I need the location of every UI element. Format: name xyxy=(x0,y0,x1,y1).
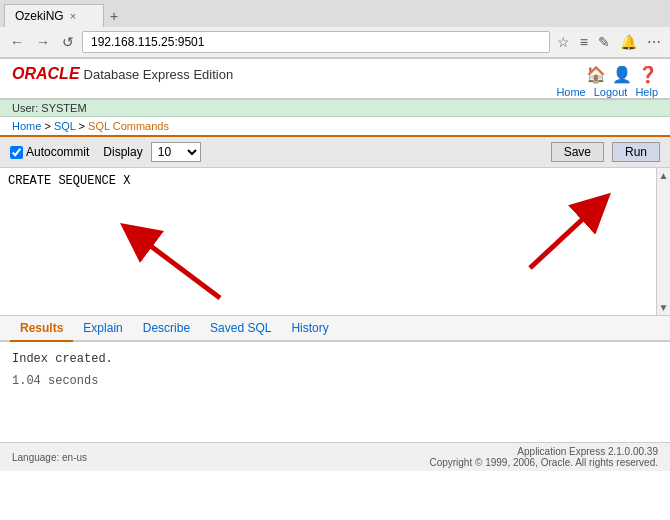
sql-editor-area: ▲ ▼ xyxy=(0,168,670,316)
forward-button[interactable]: → xyxy=(32,32,54,52)
menu-icon[interactable]: ≡ xyxy=(577,32,591,52)
tab-history[interactable]: History xyxy=(281,316,338,342)
save-button[interactable]: Save xyxy=(551,142,604,162)
scroll-up-icon[interactable]: ▲ xyxy=(659,168,669,183)
sql-textarea[interactable] xyxy=(0,168,670,315)
address-bar[interactable] xyxy=(82,31,550,53)
tab-saved-sql[interactable]: Saved SQL xyxy=(200,316,281,342)
header-links: 🏠 👤 ❓ Home Logout Help xyxy=(556,65,658,98)
help-header-icon: ❓ xyxy=(638,65,658,84)
sql-toolbar: Autocommit Display 10 Save Run xyxy=(0,137,670,168)
edit-icon[interactable]: ✎ xyxy=(595,32,613,52)
logout-link[interactable]: Logout xyxy=(594,86,628,98)
autocommit-text: Autocommit xyxy=(26,145,89,159)
help-link[interactable]: Help xyxy=(635,86,658,98)
oracle-subtitle: Database Express Edition xyxy=(84,67,234,82)
footer-version: Application Express 2.1.0.00.39 xyxy=(517,446,658,457)
breadcrumb-separator1: > xyxy=(44,120,53,132)
breadcrumb-sql[interactable]: SQL xyxy=(54,120,76,132)
new-tab-button[interactable]: + xyxy=(104,6,124,26)
scrollbar-right[interactable]: ▲ ▼ xyxy=(656,168,670,315)
nav-icons: ☆ ≡ ✎ 🔔 ⋯ xyxy=(554,32,664,52)
bell-icon[interactable]: 🔔 xyxy=(617,32,640,52)
tab-explain[interactable]: Explain xyxy=(73,316,132,342)
browser-tab[interactable]: OzekiNG × xyxy=(4,4,104,27)
back-button[interactable]: ← xyxy=(6,32,28,52)
tab-bar: OzekiNG × + xyxy=(0,0,670,27)
results-area: Index created. 1.04 seconds xyxy=(0,342,670,442)
tab-close-icon[interactable]: × xyxy=(70,10,76,22)
result-time: 1.04 seconds xyxy=(12,374,658,388)
user-bar: User: SYSTEM xyxy=(0,100,670,117)
display-select[interactable]: 10 xyxy=(151,142,201,162)
result-message: Index created. xyxy=(12,352,658,366)
browser-chrome: OzekiNG × + ← → ↺ ☆ ≡ ✎ 🔔 ⋯ xyxy=(0,0,670,59)
breadcrumb-home[interactable]: Home xyxy=(12,120,41,132)
home-link[interactable]: Home xyxy=(556,86,585,98)
page-footer: Language: en-us Application Express 2.1.… xyxy=(0,442,670,471)
display-label: Display xyxy=(103,145,142,159)
oracle-logo: ORACLE xyxy=(12,65,80,83)
autocommit-label[interactable]: Autocommit xyxy=(10,145,89,159)
scroll-down-icon[interactable]: ▼ xyxy=(659,300,669,315)
breadcrumb-separator2: > xyxy=(79,120,88,132)
result-tabs: Results Explain Describe Saved SQL Histo… xyxy=(0,316,670,342)
home-header-icon: 🏠 xyxy=(586,65,606,84)
user-label: User: SYSTEM xyxy=(12,102,87,114)
breadcrumb-bar: Home > SQL > SQL Commands xyxy=(0,117,670,137)
bookmark-icon[interactable]: ☆ xyxy=(554,32,573,52)
more-icon[interactable]: ⋯ xyxy=(644,32,664,52)
autocommit-checkbox[interactable] xyxy=(10,146,23,159)
tab-title: OzekiNG xyxy=(15,9,64,23)
run-button[interactable]: Run xyxy=(612,142,660,162)
header-nav-links: Home Logout Help xyxy=(556,86,658,98)
page-content: ORACLE Database Express Edition 🏠 👤 ❓ Ho… xyxy=(0,59,670,520)
refresh-button[interactable]: ↺ xyxy=(58,32,78,52)
tab-describe[interactable]: Describe xyxy=(133,316,200,342)
header-icons: 🏠 👤 ❓ xyxy=(586,65,658,84)
tab-results[interactable]: Results xyxy=(10,316,73,342)
footer-copyright: Copyright © 1999, 2006, Oracle. All righ… xyxy=(429,457,658,468)
footer-language: Language: en-us xyxy=(12,452,87,463)
oracle-brand: ORACLE Database Express Edition xyxy=(12,65,233,83)
oracle-header: ORACLE Database Express Edition 🏠 👤 ❓ Ho… xyxy=(0,59,670,100)
breadcrumb-current: SQL Commands xyxy=(88,120,169,132)
user-header-icon: 👤 xyxy=(612,65,632,84)
nav-bar: ← → ↺ ☆ ≡ ✎ 🔔 ⋯ xyxy=(0,27,670,58)
